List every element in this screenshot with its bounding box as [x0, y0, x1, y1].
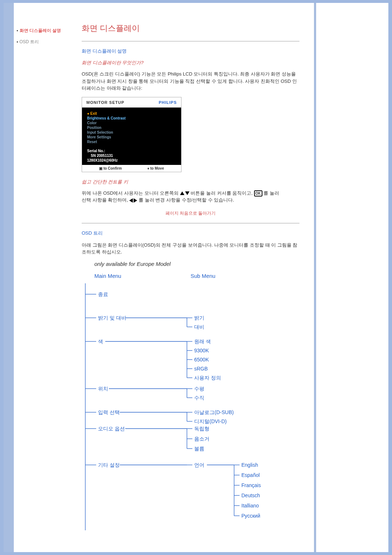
osd-item-brightness: Brightness & Contrast: [87, 116, 176, 121]
up-down-icon: [180, 191, 189, 195]
osd-foot-move: ♦ to Move: [147, 166, 164, 170]
triangle-right-icon: [134, 198, 137, 203]
tree-sub-analog: 아날로그(D-SUB): [194, 409, 234, 416]
tree-main-exit: 종료: [98, 291, 108, 298]
osd-resolution: 1280X1024@60Hz: [87, 158, 176, 163]
sub-menu-header: Sub Menu: [191, 273, 215, 279]
section-heading-tree: OSD 트리: [82, 230, 299, 236]
osd-item-reset: Reset: [87, 139, 176, 144]
back-to-top: 페이지 처음으로 돌아가기: [82, 210, 299, 216]
osd-foot-confirm: ▣ to Confirm: [99, 166, 122, 170]
tree-sub-bright: 밝기: [194, 315, 204, 321]
tree-main-brightness: 밝기 및 대비: [98, 315, 126, 321]
triangle-left-icon: [129, 198, 133, 203]
tree-lang-it: Italliano: [241, 503, 259, 509]
osd-serial: SN 20051131: [87, 153, 176, 158]
divider: [82, 41, 299, 41]
page-title: 화면 디스플레이: [82, 23, 299, 34]
tree-sub-mute: 음소거: [194, 436, 209, 442]
osd-item-position: Position: [87, 125, 176, 130]
section-subheading: 화면 디스플레이란 무엇인가?: [82, 60, 299, 66]
osd-serial-label: Serial No.:: [87, 149, 176, 153]
sidebar-link-label: 화면 디스플레이 설명: [20, 28, 61, 33]
tree-lang-en: English: [241, 462, 258, 468]
tree-sub-9300k: 9300K: [194, 348, 209, 353]
tree-sub-srgb: sRGB: [194, 366, 208, 372]
tree-main-input: 입력 선택: [98, 409, 120, 416]
tree-sub-origcolor: 원래 색: [194, 339, 211, 345]
sidebar-link-label: OSD 트리: [20, 39, 39, 44]
paragraph-desc: OSD(온 스크린 디스플레이) 기능은 모든 Philips LCD 모니터의…: [82, 70, 299, 92]
osd-item-more: More Settings: [87, 135, 176, 139]
triangle-down-icon: [185, 191, 189, 195]
tree-lang-de: Deutsch: [241, 493, 260, 498]
text-seg: 선택 사항을 확인하며,: [82, 197, 129, 203]
page-container: •화면 디스플레이 설명 •OSD 트리 화면 디스플레이 화면 디스플레이 설…: [4, 3, 388, 552]
osd-header: MONITOR SETUP PHILIPS: [82, 97, 181, 108]
paragraph-controls: 위에 나온 OSD에서 사용자는 모니터 오른쪽의 버튼을 눌러 커서를 움직이…: [82, 190, 299, 204]
tree-sub-volume: 볼륨: [194, 446, 204, 452]
section-subheading-controls: 쉽고 간단한 컨트롤 키: [82, 179, 299, 185]
left-right-icon: [129, 198, 137, 203]
osd-item-color: Color: [87, 121, 176, 125]
tree-main-audio: 오디오 옵션: [98, 426, 125, 432]
osd-item-input: Input Selection: [87, 130, 176, 135]
paragraph-tree: 아래 그림은 화면 디스플레이(OSD)의 전체 구성을 보여줍니다. 나중에 …: [82, 242, 299, 256]
tree-main-color: 색: [98, 339, 103, 345]
sidebar-nav: •화면 디스플레이 설명 •OSD 트리: [17, 28, 78, 50]
text-seg: 위에 나온 OSD에서 사용자는 모니터 오른쪽의: [82, 190, 180, 196]
osd-body: ● Exit Brightness & Contrast Color Posit…: [82, 108, 181, 165]
tree-main-position: 위치: [98, 386, 108, 392]
back-to-top-link[interactable]: 페이지 처음으로 돌아가기: [166, 211, 216, 216]
tree-lang-fr: Français: [241, 482, 261, 488]
bullet-icon: •: [17, 29, 18, 33]
main-content: 화면 디스플레이 화면 디스플레이 설명 화면 디스플레이란 무엇인가? OSD…: [82, 3, 310, 541]
tree-main-more: 기타 설정: [98, 462, 120, 469]
left-border-strip: [4, 3, 14, 552]
tree-sub-horiz: 수평: [194, 386, 204, 392]
osd-screenshot: MONITOR SETUP PHILIPS ● Exit Brightness …: [82, 97, 181, 172]
right-border-strip: [314, 3, 316, 552]
bullet-icon: •: [17, 40, 18, 44]
tree-lang-es: Español: [241, 472, 260, 478]
tree-sub-6500k: 6500K: [194, 357, 209, 362]
tree-sub-digital: 디지털(DVI-D): [194, 418, 226, 425]
osd-info: Serial No.: SN 20051131 1280X1024@60Hz: [87, 149, 176, 163]
tree-sub-contrast: 대비: [194, 324, 204, 331]
sidebar-link-osd-desc[interactable]: •화면 디스플레이 설명: [17, 28, 78, 34]
tree-sub-user: 사용자 정의: [194, 375, 221, 381]
section-heading-desc: 화면 디스플레이 설명: [82, 48, 299, 54]
osd-tree-diagram: 종료 밝기 및 대비 색 위치 입력 선택 오디오 옵션 기타 설정 밝기 대비…: [82, 283, 299, 530]
tree-sub-language: 언어: [194, 462, 204, 469]
tree-lang-ru: Русский: [241, 513, 260, 519]
menu-header-row: Main Menu Sub Menu: [82, 273, 299, 279]
tree-sub-standalone: 독립형: [194, 426, 209, 432]
text-seg: 를 눌러 변경 사항을 수정/선택할 수 있습니다.: [139, 197, 234, 203]
osd-title: MONITOR SETUP: [86, 100, 124, 105]
tree-sub-vert: 수직: [194, 395, 204, 401]
osd-footer: ▣ to Confirm ♦ to Move: [82, 165, 181, 172]
divider: [82, 223, 299, 223]
europe-note: only available for Europe Model: [94, 261, 299, 267]
text-seg: 를 눌러: [264, 190, 279, 196]
osd-item-exit: ● Exit: [87, 111, 176, 116]
text-seg: 버튼을 눌러 커서를 움직이고,: [191, 190, 254, 196]
triangle-up-icon: [180, 191, 184, 195]
main-menu-header: Main Menu: [82, 273, 191, 279]
ok-icon: OK: [254, 190, 262, 197]
osd-brand: PHILIPS: [159, 100, 177, 105]
sidebar-link-osd-tree[interactable]: •OSD 트리: [17, 39, 78, 45]
